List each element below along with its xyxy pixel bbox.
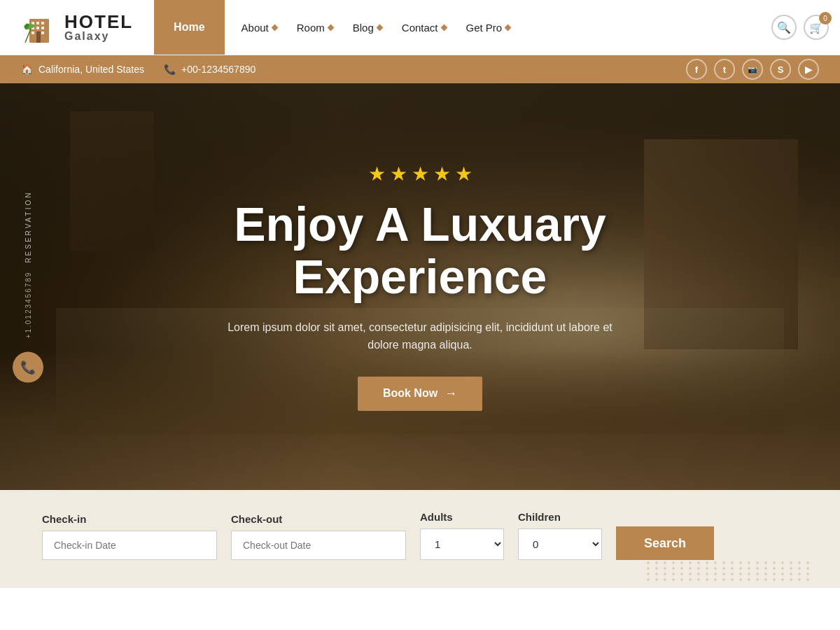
home-icon: 🏠: [21, 64, 33, 75]
search-button[interactable]: Search: [616, 526, 714, 560]
phone-circle-button[interactable]: 📞: [13, 352, 43, 383]
star-3: ★: [412, 162, 429, 186]
adults-select[interactable]: 1 2 3 4: [420, 528, 504, 560]
hero-title: Enjoy A Luxuary Experience: [224, 198, 616, 303]
skype-button[interactable]: S: [770, 59, 791, 80]
location-text: California, United States: [38, 64, 144, 75]
checkout-group: Check-out: [231, 513, 406, 560]
children-group: Children 0 1 2 3: [518, 511, 602, 560]
instagram-button[interactable]: 📷: [742, 59, 763, 80]
cart-badge: 0: [819, 12, 832, 24]
book-now-button[interactable]: Book Now →: [358, 377, 482, 411]
hotel-logo-icon: [21, 9, 57, 46]
nav-home[interactable]: Home: [154, 0, 224, 55]
room-diamond: [327, 24, 334, 31]
svg-rect-3: [41, 22, 44, 24]
star-1: ★: [368, 162, 386, 186]
about-diamond: [271, 24, 278, 31]
svg-rect-6: [41, 27, 44, 29]
adults-label: Adults: [420, 511, 504, 523]
children-label: Children: [518, 511, 602, 523]
star-5: ★: [455, 162, 472, 186]
location-item: 🏠 California, United States: [21, 64, 144, 75]
nav-getpro[interactable]: Get Pro: [456, 22, 521, 34]
nav-contact[interactable]: Contact: [392, 22, 456, 34]
social-icons: f t 📷 S ▶: [686, 59, 819, 80]
hero-section: RESERVATION +1.0123456789 📞 ★ ★ ★ ★ ★ En…: [0, 83, 840, 490]
youtube-button[interactable]: ▶: [798, 59, 819, 80]
phone-circle-icon: 📞: [20, 360, 36, 375]
arrow-icon: →: [444, 386, 457, 401]
cart-button[interactable]: 🛒 0: [804, 15, 829, 40]
checkin-label: Check-in: [42, 513, 217, 525]
nav-about[interactable]: About: [232, 22, 287, 34]
search-icon: 🔍: [777, 21, 791, 34]
logo-area[interactable]: HOTEL Galaxy: [0, 0, 154, 55]
info-bar: 🏠 California, United States 📞 +00-123456…: [0, 55, 840, 83]
checkout-input[interactable]: [231, 531, 406, 560]
reservation-text: RESERVATION: [24, 190, 32, 262]
logo-hotel: HOTEL: [64, 13, 133, 31]
svg-rect-2: [36, 22, 39, 24]
phone-item[interactable]: 📞 +00-1234567890: [164, 64, 255, 75]
checkin-input[interactable]: [42, 531, 217, 560]
svg-rect-7: [31, 31, 34, 34]
blog-diamond: [376, 24, 383, 31]
checkout-label: Check-out: [231, 513, 406, 525]
top-navigation: HOTEL Galaxy Home About Room Blog Contac…: [0, 0, 840, 55]
instagram-icon: 📷: [748, 65, 757, 74]
getpro-diamond: [505, 24, 512, 31]
children-select[interactable]: 0 1 2 3: [518, 528, 602, 560]
search-button[interactable]: 🔍: [771, 15, 797, 40]
adults-group: Adults 1 2 3 4: [420, 511, 504, 560]
svg-rect-9: [36, 31, 41, 43]
star-2: ★: [390, 162, 407, 186]
booking-bar: Check-in Check-out Adults 1 2 3 4 Childr…: [0, 490, 840, 588]
nav-links: About Room Blog Contact Get Pro: [225, 0, 760, 55]
star-4: ★: [433, 162, 451, 186]
hero-content: ★ ★ ★ ★ ★ Enjoy A Luxuary Experience Lor…: [224, 162, 616, 411]
contact-diamond: [440, 24, 447, 31]
phone-text: +00-1234567890: [181, 64, 255, 75]
nav-blog[interactable]: Blog: [343, 22, 392, 34]
checkin-group: Check-in: [42, 513, 217, 560]
phone-icon: 📞: [164, 64, 176, 75]
twitter-button[interactable]: t: [714, 59, 735, 80]
hero-subtitle: Lorem ipsum dolor sit amet, consectetur …: [224, 318, 616, 354]
hero-stars: ★ ★ ★ ★ ★: [224, 162, 616, 186]
svg-rect-8: [41, 31, 44, 34]
hero-side-panel: RESERVATION +1.0123456789 📞: [13, 190, 43, 383]
nav-room[interactable]: Room: [287, 22, 343, 34]
logo-text: HOTEL Galaxy: [64, 13, 133, 42]
nav-icons: 🔍 🛒 0: [760, 0, 840, 55]
dots-decoration: [647, 561, 812, 581]
logo-galaxy: Galaxy: [64, 31, 133, 42]
info-left: 🏠 California, United States 📞 +00-123456…: [21, 64, 255, 75]
booking-form: Check-in Check-out Adults 1 2 3 4 Childr…: [42, 511, 798, 560]
svg-rect-5: [36, 27, 39, 29]
facebook-button[interactable]: f: [686, 59, 707, 80]
reservation-number: +1.0123456789: [24, 271, 32, 338]
